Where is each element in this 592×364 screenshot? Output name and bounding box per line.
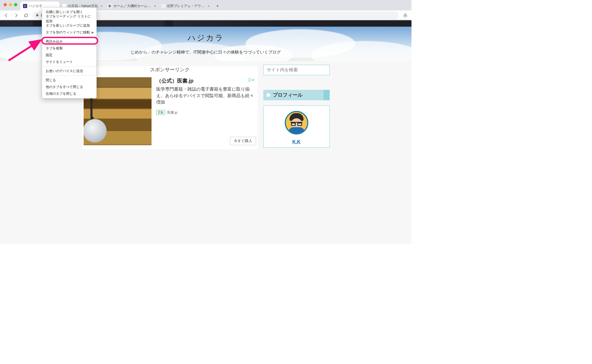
tab-3[interactable]: 佐野プレミアム・アウトレット - P × (159, 2, 212, 10)
ad-domain: 医書.jp (167, 110, 178, 115)
new-tab-button[interactable]: + (214, 2, 221, 10)
ad-badge: 広告 (156, 110, 165, 115)
profile-heading: プロフィール (263, 90, 330, 100)
ad-close-icon[interactable]: × (252, 78, 254, 83)
ctx-item[interactable]: 固定 (42, 52, 96, 58)
share-button[interactable] (402, 12, 409, 19)
search-input[interactable] (267, 67, 326, 73)
tab-close-icon[interactable]: × (208, 4, 210, 8)
heading-decor (323, 90, 330, 100)
ad-text: ⓘ × （公式）医書.jp 医学専門書籍・雑誌の電子書籍を豊富に取り揃え。あらゆ… (156, 77, 256, 145)
tab-close-icon[interactable]: × (101, 4, 103, 8)
tab-title: 佐野プレミアム・アウトレット - P (167, 4, 205, 8)
ctx-item[interactable]: 再読み込み (42, 38, 96, 45)
profile-card: K.K (263, 105, 330, 148)
back-button[interactable] (3, 12, 10, 19)
separator (42, 75, 96, 76)
tab-close-icon[interactable]: × (154, 4, 156, 8)
ad-cta-button[interactable]: 今すぐ購入 (230, 137, 256, 145)
separator (42, 66, 96, 67)
forward-button[interactable] (13, 12, 20, 19)
profile-heading-label: プロフィール (273, 92, 303, 98)
ad-info-controls: ⓘ × (248, 78, 254, 83)
ctx-item[interactable]: タブを別のウィンドウに移動▶ (42, 29, 96, 36)
chevron-right-icon: ▶ (92, 31, 94, 34)
site-subtitle: じめから」のチャレンジ精神で、IT関連中心に日々の体験をつづっていくブログ (125, 50, 286, 55)
lock-icon (36, 13, 39, 17)
bullet-icon (266, 93, 270, 97)
sponsor-label: スポンサーリンク (82, 66, 258, 73)
avatar (285, 111, 308, 134)
ctx-item[interactable]: タブを複製 (42, 45, 96, 52)
tab-context-menu: 右隣に新しいタブを開くタブをリーディング リストに追加タブを新しいグループに追加… (42, 7, 97, 98)
window-minimize-button[interactable] (9, 3, 12, 6)
tab-2[interactable]: ホーム／大磯町ホームページ × (105, 2, 159, 10)
sidebar: プロフィール K.K (263, 65, 330, 244)
ad-description: 医学専門書籍・雑誌の電子書籍を豊富に取り揃え。あらゆるデバイスで閲覧可能。新商品… (156, 86, 256, 105)
favicon-icon (161, 4, 165, 8)
site-search[interactable] (263, 65, 330, 75)
site-title: ハジカラ (188, 33, 224, 43)
separator (42, 37, 96, 37)
favicon-icon: h (23, 4, 27, 8)
ctx-item[interactable]: お使いのデバイスに送信 (42, 68, 96, 74)
profile-name-link[interactable]: K.K (292, 139, 300, 145)
ctx-item[interactable]: 他のタブをすべて閉じる (42, 84, 96, 90)
window-maximize-button[interactable] (14, 3, 17, 6)
ctx-item[interactable]: タブを新しいグループに追加 (42, 22, 96, 29)
ctx-item[interactable]: タブをリーディング リストに追加 (42, 15, 96, 22)
main-column: スポンサーリンク (82, 65, 258, 244)
favicon-icon (108, 4, 112, 8)
window-controls (4, 3, 17, 6)
sponsor-ad: スポンサーリンク (82, 66, 258, 149)
ctx-item[interactable]: 閉じる (42, 77, 96, 84)
ctx-item[interactable]: サイトをミュート (42, 58, 96, 65)
ad-info-icon[interactable]: ⓘ (248, 78, 251, 83)
ad-title[interactable]: （公式）医書.jp (156, 77, 256, 84)
ctx-item[interactable]: 右側のタブを閉じる (42, 90, 96, 97)
tab-title: ホーム／大磯町ホームページ (113, 4, 151, 8)
reload-button[interactable] (22, 12, 30, 19)
window-close-button[interactable] (4, 3, 7, 6)
